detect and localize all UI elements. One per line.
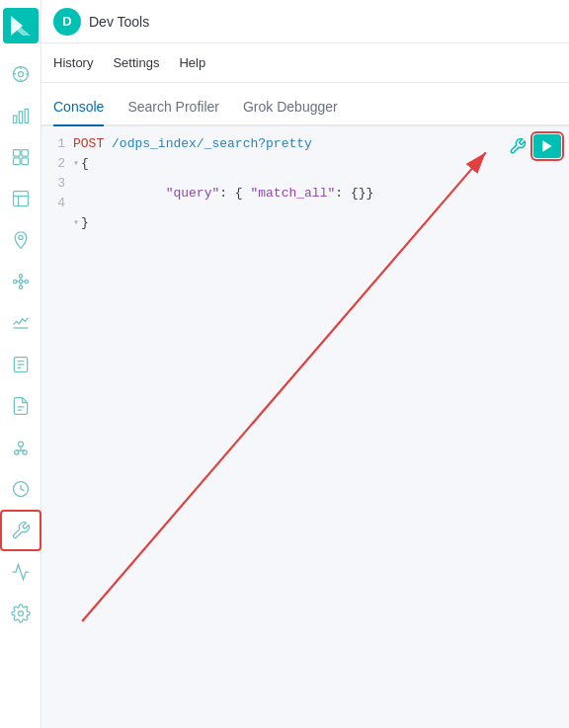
- sidebar: [0, 0, 41, 728]
- apm-icon[interactable]: [0, 302, 41, 344]
- nav-help[interactable]: Help: [179, 51, 205, 74]
- tab-search-profiler[interactable]: Search Profiler: [127, 99, 219, 126]
- tabs-bar: Console Search Profiler Grok Debugger: [41, 83, 569, 126]
- monitoring-icon[interactable]: [0, 551, 41, 593]
- svg-rect-7: [13, 116, 16, 123]
- avatar[interactable]: D: [53, 8, 81, 36]
- svg-point-2: [18, 72, 23, 77]
- ml-icon[interactable]: [0, 261, 41, 302]
- code-content[interactable]: POST /odps_index/_search?pretty ▾{ "quer…: [73, 134, 569, 233]
- visualize-icon[interactable]: [0, 95, 41, 136]
- discover-icon[interactable]: [0, 53, 41, 95]
- code-line-2: ▾{: [73, 154, 529, 174]
- code-editor[interactable]: 1 2 3 4 POST /odps_index/_search?pretty …: [41, 126, 569, 241]
- editor-spacer: [41, 241, 569, 728]
- svg-marker-41: [542, 140, 551, 152]
- svg-point-18: [13, 280, 16, 283]
- siem-icon[interactable]: [0, 344, 41, 385]
- nav-settings[interactable]: Settings: [113, 51, 159, 74]
- svg-rect-10: [13, 150, 20, 157]
- nav-bar: History Settings Help: [41, 43, 569, 83]
- svg-rect-14: [13, 192, 28, 206]
- svg-point-20: [25, 280, 28, 283]
- svg-rect-9: [25, 109, 28, 122]
- dashboard-icon[interactable]: [0, 136, 41, 178]
- svg-rect-12: [13, 158, 20, 165]
- svg-rect-11: [21, 150, 28, 157]
- tab-grok-debugger[interactable]: Grok Debugger: [243, 99, 338, 126]
- code-line-1: POST /odps_index/_search?pretty: [73, 134, 529, 154]
- canvas-icon[interactable]: [0, 178, 41, 219]
- infra-icon[interactable]: [0, 427, 41, 468]
- devtools-icon[interactable]: [0, 510, 41, 551]
- code-line-3: "query": { "match_all": {}}: [73, 174, 529, 213]
- code-line-4: ▾}: [73, 213, 529, 233]
- editor-area: 1 2 3 4 POST /odps_index/_search?pretty …: [41, 126, 569, 728]
- logs-icon[interactable]: [0, 385, 41, 427]
- main-content: D Dev Tools History Settings Help Consol…: [41, 0, 569, 728]
- svg-point-19: [19, 275, 22, 278]
- run-button[interactable]: [533, 134, 561, 158]
- kibana-logo[interactable]: [3, 8, 39, 43]
- svg-point-22: [19, 280, 22, 283]
- top-bar: D Dev Tools: [41, 0, 569, 43]
- svg-rect-13: [21, 158, 28, 165]
- line-numbers: 1 2 3 4: [41, 134, 73, 233]
- svg-point-34: [18, 442, 23, 446]
- management-icon[interactable]: [0, 593, 41, 634]
- uptime-icon[interactable]: [0, 468, 41, 510]
- svg-rect-8: [19, 112, 22, 123]
- tab-console[interactable]: Console: [53, 99, 104, 126]
- svg-point-21: [19, 285, 22, 288]
- maps-icon[interactable]: [0, 219, 41, 261]
- nav-history[interactable]: History: [53, 51, 93, 74]
- svg-point-17: [18, 235, 22, 239]
- svg-point-40: [18, 611, 23, 616]
- app-title: Dev Tools: [89, 14, 149, 30]
